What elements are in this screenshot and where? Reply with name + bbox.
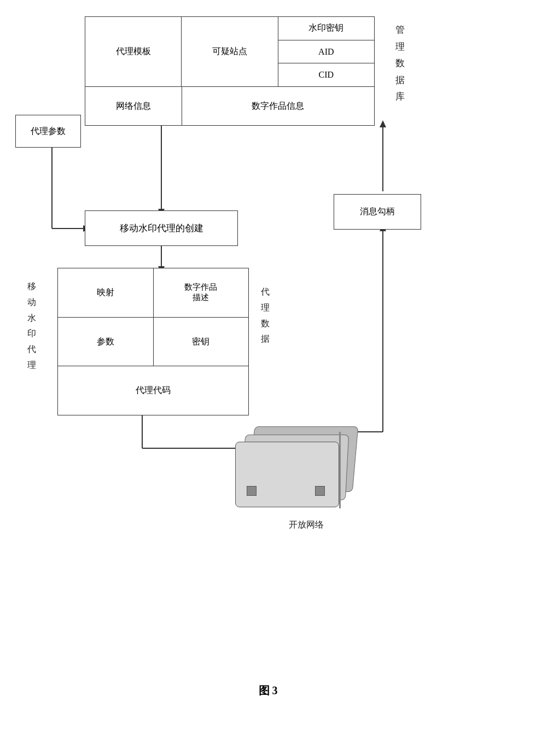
open-network-label: 开放网络 bbox=[252, 519, 361, 531]
digital-work-info-label: 数字作品信息 bbox=[182, 101, 374, 112]
agent-data-box: 映射 数字作品 描述 参数 密钥 代理代码 bbox=[57, 268, 249, 415]
mobile-watermark-agent-label: 移动水印代理 bbox=[15, 279, 48, 373]
agent-data-label: 代理数据 bbox=[252, 284, 279, 347]
suspicious-site-box: 可疑站点 bbox=[182, 17, 278, 86]
figure-label: 图 3 bbox=[0, 683, 536, 698]
network-info-box: 网络信息 bbox=[85, 87, 182, 125]
proxy-params-box: 代理参数 bbox=[15, 115, 81, 148]
key-cell: 密钥 bbox=[154, 318, 249, 366]
digital-work-desc-cell: 数字作品 描述 bbox=[154, 268, 249, 317]
message-handle-box: 消息勾柄 bbox=[334, 194, 421, 230]
management-db-label: 管 理 数 据 库 bbox=[380, 22, 407, 106]
digital-work-info-box: 代理模板 可疑站点 水印密钥 AID CID 网络信息 bbox=[85, 16, 375, 126]
agent-code-cell: 代理代码 bbox=[58, 366, 248, 415]
params-cell: 参数 bbox=[58, 318, 154, 366]
open-network-visual bbox=[235, 426, 356, 514]
cid-box: CID bbox=[278, 63, 374, 86]
diagram-container: 代理模板 可疑站点 水印密钥 AID CID 网络信息 bbox=[0, 0, 536, 711]
create-mobile-watermark-box: 移动水印代理的创建 bbox=[85, 210, 238, 246]
mapping-cell: 映射 bbox=[58, 268, 154, 317]
svg-marker-11 bbox=[380, 120, 386, 127]
watermark-key-box: 水印密钥 bbox=[278, 17, 374, 40]
aid-box: AID bbox=[278, 40, 374, 64]
proxy-template-box: 代理模板 bbox=[85, 17, 182, 86]
